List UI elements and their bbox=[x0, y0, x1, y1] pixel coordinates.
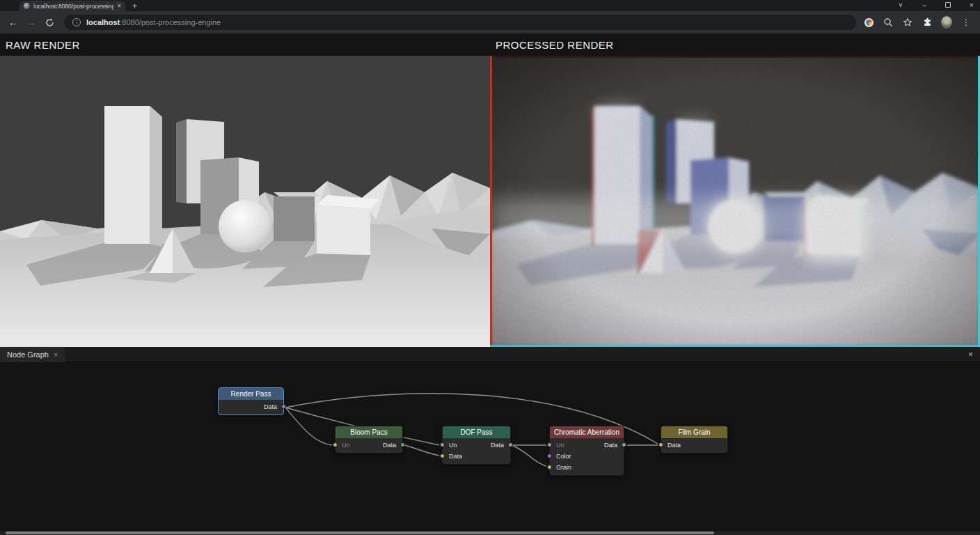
port-row: Un Data bbox=[335, 440, 402, 451]
node-graph-tab-label: Node Graph bbox=[7, 350, 49, 359]
extension-colorwheel-button[interactable] bbox=[863, 17, 874, 28]
raw-render-title: RAW RENDER bbox=[0, 39, 490, 51]
node-render-pass-title[interactable]: Render Pass bbox=[219, 388, 283, 400]
node-dof-pass-title[interactable]: DOF Pass bbox=[443, 426, 510, 438]
reload-icon bbox=[45, 18, 54, 27]
input-label-data: Data bbox=[449, 453, 462, 460]
star-icon bbox=[903, 17, 912, 27]
profile-button[interactable] bbox=[941, 17, 952, 28]
sphere bbox=[219, 200, 271, 253]
browser-toolbar: ← → i localhost:8080/post-processing-eng… bbox=[0, 11, 980, 33]
node-chromatic-aberration[interactable]: Chromatic Aberration Un Data Color Grain bbox=[549, 426, 624, 476]
tab-favicon-globe-icon bbox=[24, 3, 30, 9]
toolbar-icons: ⋮ bbox=[863, 17, 974, 28]
horizontal-scrollbar[interactable] bbox=[0, 531, 980, 535]
input-port-un[interactable] bbox=[440, 442, 445, 447]
input-label-un: Un bbox=[556, 442, 564, 449]
render-viewports bbox=[0, 56, 980, 347]
window-close-button[interactable]: × bbox=[967, 1, 976, 10]
processed-render-scene bbox=[490, 56, 980, 347]
output-port-data[interactable] bbox=[508, 442, 513, 447]
browser-tab[interactable]: localhost:8080/post-processing × bbox=[19, 1, 125, 11]
node-graph-tab[interactable]: Node Graph × bbox=[0, 347, 65, 362]
input-label-grain: Grain bbox=[556, 464, 571, 471]
wire-bloom-to-dof bbox=[404, 445, 439, 456]
horizontal-scrollbar-thumb[interactable] bbox=[6, 532, 714, 534]
input-label-color: Color bbox=[556, 453, 571, 460]
browser-tab-strip: localhost:8080/post-processing × + ˅ – × bbox=[0, 0, 980, 11]
input-port-un[interactable] bbox=[547, 442, 552, 447]
node-graph-tab-close-icon[interactable]: × bbox=[54, 350, 58, 359]
output-port-data[interactable] bbox=[400, 442, 405, 447]
search-button[interactable] bbox=[883, 17, 894, 28]
port-row: Data bbox=[219, 401, 283, 412]
avatar bbox=[941, 16, 952, 29]
output-label-data: Data bbox=[264, 403, 277, 410]
output-label-data: Data bbox=[383, 442, 396, 449]
tab-close-icon[interactable]: × bbox=[117, 3, 121, 10]
port-row: Color bbox=[550, 451, 624, 462]
processed-render-title: PROCESSED RENDER bbox=[490, 39, 980, 51]
output-label-data: Data bbox=[491, 442, 504, 449]
reload-button[interactable] bbox=[42, 15, 57, 30]
window-restore-button[interactable] bbox=[945, 2, 951, 8]
output-port-data[interactable] bbox=[281, 404, 286, 409]
output-label-data: Data bbox=[604, 442, 617, 449]
viewer-headers: RAW RENDER PROCESSED RENDER bbox=[0, 33, 980, 56]
page-info-icon[interactable]: i bbox=[72, 18, 81, 26]
node-graph-panel-close-icon[interactable]: × bbox=[968, 350, 973, 359]
browser-menu-button[interactable]: ⋮ bbox=[961, 17, 972, 28]
search-icon bbox=[883, 17, 893, 27]
input-label-un: Un bbox=[342, 442, 350, 449]
new-tab-button[interactable]: + bbox=[132, 1, 137, 11]
node-bloom-pass-title[interactable]: Bloom Pacs bbox=[335, 426, 402, 438]
input-port-grain[interactable] bbox=[547, 465, 552, 470]
url-text: localhost:8080/post-processing-engine bbox=[86, 18, 221, 26]
port-row: Un Data bbox=[443, 440, 510, 451]
vignette-overlay bbox=[490, 56, 980, 347]
raw-render-scene bbox=[0, 56, 490, 347]
processed-render-viewport bbox=[490, 56, 980, 347]
tab-title: localhost:8080/post-processing bbox=[33, 3, 113, 10]
bookmark-button[interactable] bbox=[902, 17, 913, 28]
extensions-button[interactable] bbox=[922, 17, 933, 28]
wire-render-to-bloom bbox=[285, 408, 332, 445]
node-graph-panel-bar: Node Graph × × bbox=[0, 347, 980, 362]
node-film-grain[interactable]: Film Grain Data bbox=[661, 426, 728, 453]
tab-search-chevron-icon[interactable]: ˅ bbox=[896, 1, 905, 10]
input-label-data: Data bbox=[667, 442, 681, 449]
input-port-un[interactable] bbox=[333, 442, 338, 447]
puzzle-icon bbox=[922, 17, 933, 28]
url-bar[interactable]: i localhost:8080/post-processing-engine bbox=[64, 15, 856, 30]
port-row: Grain bbox=[550, 462, 624, 473]
input-label-un: Un bbox=[449, 442, 457, 449]
window-controls: ˅ – × bbox=[896, 0, 976, 10]
output-port-data[interactable] bbox=[622, 442, 626, 447]
raw-render-viewport bbox=[0, 56, 490, 347]
node-bloom-pass[interactable]: Bloom Pacs Un Data bbox=[335, 426, 403, 453]
back-button[interactable]: ← bbox=[6, 15, 21, 30]
port-row: Un Data bbox=[550, 440, 624, 451]
forward-button[interactable]: → bbox=[24, 15, 39, 30]
node-render-pass[interactable]: Render Pass Data bbox=[218, 387, 284, 415]
node-film-grain-title[interactable]: Film Grain bbox=[661, 426, 727, 438]
url-host: localhost bbox=[86, 18, 120, 26]
input-port-color[interactable] bbox=[547, 453, 552, 458]
input-port-data[interactable] bbox=[440, 453, 445, 458]
port-row: Data bbox=[661, 440, 727, 451]
node-chromatic-aberration-title[interactable]: Chromatic Aberration bbox=[550, 426, 624, 438]
node-graph-canvas[interactable]: Render Pass Data Bloom Pacs Un Data DOF … bbox=[0, 362, 980, 531]
input-port-data[interactable] bbox=[658, 442, 663, 447]
url-path: :8080/post-processing-engine bbox=[120, 18, 221, 26]
port-row: Data bbox=[443, 451, 510, 462]
wire-dof-to-chromatic-grain bbox=[511, 445, 546, 466]
node-dof-pass[interactable]: DOF Pass Un Data Data bbox=[442, 426, 511, 465]
window-minimize-button[interactable]: – bbox=[920, 1, 928, 10]
colorwheel-icon bbox=[864, 18, 874, 27]
